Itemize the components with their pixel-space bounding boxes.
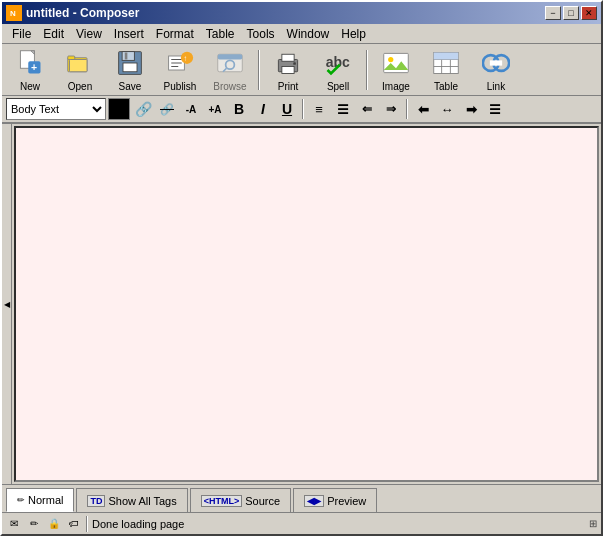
link-btn[interactable]: 🔗 (132, 98, 154, 120)
increase-font-btn[interactable]: +A (204, 98, 226, 120)
decrease-font-btn[interactable]: -A (180, 98, 202, 120)
underline-btn[interactable]: U (276, 98, 298, 120)
align-right-btn[interactable]: ➡ (460, 98, 482, 120)
show-tags-icon: TD (87, 495, 105, 507)
menu-bar: File Edit View Insert Format Table Tools… (2, 24, 601, 44)
tab-bar: ✏ Normal TD Show All Tags <HTML> Source … (2, 484, 601, 512)
image-label: Image (382, 81, 410, 92)
sep1 (258, 50, 260, 90)
justify-btn[interactable]: ☰ (484, 98, 506, 120)
menu-help[interactable]: Help (335, 25, 372, 43)
menu-edit[interactable]: Edit (37, 25, 70, 43)
lock-icon: 🔒 (46, 516, 62, 532)
close-button[interactable]: ✕ (581, 6, 597, 20)
show-tags-label: Show All Tags (108, 495, 176, 507)
image-button[interactable]: Image (372, 47, 420, 93)
print-label: Print (278, 81, 299, 92)
bold-btn[interactable]: B (228, 98, 250, 120)
preview-icon: ◀▶ (304, 495, 324, 507)
link-button[interactable]: Link (472, 47, 520, 93)
publish-icon: ↑ (164, 48, 196, 79)
menu-table[interactable]: Table (200, 25, 241, 43)
menu-file[interactable]: File (6, 25, 37, 43)
menu-view[interactable]: View (70, 25, 108, 43)
table-button[interactable]: Table (422, 47, 470, 93)
style-select[interactable]: Body Text Heading 1 Heading 2 Normal (6, 98, 106, 120)
title-buttons: − □ ✕ (545, 6, 597, 20)
sep2 (366, 50, 368, 90)
format-bar: Body Text Heading 1 Heading 2 Normal 🔗 🔗… (2, 96, 601, 124)
source-tab[interactable]: <HTML> Source (190, 488, 291, 512)
normal-tab[interactable]: ✏ Normal (6, 488, 74, 512)
open-button[interactable]: Open (56, 47, 104, 93)
svg-rect-25 (282, 67, 294, 74)
browse-button[interactable]: Browse (206, 47, 254, 93)
status-sep (86, 516, 88, 532)
link-label: Link (487, 81, 505, 92)
main-window: N untitled - Composer − □ ✕ File Edit Vi… (0, 0, 603, 536)
svg-rect-8 (70, 60, 88, 72)
status-bar: ✉ ✏ 🔒 🏷 Done loading page ⊞ (2, 512, 601, 534)
indent-btn[interactable]: ⇒ (380, 98, 402, 120)
image-icon (380, 48, 412, 79)
svg-rect-7 (68, 56, 75, 60)
preview-label: Preview (327, 495, 366, 507)
preview-tab[interactable]: ◀▶ Preview (293, 488, 377, 512)
color-picker[interactable] (108, 98, 130, 120)
new-icon: + (14, 48, 46, 79)
svg-rect-10 (122, 52, 134, 61)
svg-rect-11 (123, 63, 137, 72)
align-left-btn[interactable]: ⬅ (412, 98, 434, 120)
align-center-btn[interactable]: ↔ (436, 98, 458, 120)
new-label: New (20, 81, 40, 92)
svg-point-29 (388, 57, 393, 62)
spell-button[interactable]: abc Spell (314, 47, 362, 93)
ol-btn[interactable]: ☰ (332, 98, 354, 120)
svg-text:N: N (10, 9, 16, 18)
main-toolbar: + New Open (2, 44, 601, 96)
save-button[interactable]: Save (106, 47, 154, 93)
table-icon (430, 48, 462, 79)
open-icon (64, 48, 96, 79)
italic-btn[interactable]: I (252, 98, 274, 120)
title-bar: N untitled - Composer − □ ✕ (2, 2, 601, 24)
menu-insert[interactable]: Insert (108, 25, 150, 43)
editor-area[interactable] (14, 126, 599, 482)
unlink-btn[interactable]: 🔗 (156, 98, 178, 120)
svg-rect-35 (434, 53, 459, 60)
window-title: untitled - Composer (26, 6, 139, 20)
compose-icon: ✏ (26, 516, 42, 532)
sep3 (302, 99, 304, 119)
browse-label: Browse (213, 81, 246, 92)
svg-rect-12 (125, 53, 128, 60)
left-scroll-arrow[interactable]: ◀ (2, 124, 12, 484)
new-button[interactable]: + New (6, 47, 54, 93)
table-label: Table (434, 81, 458, 92)
svg-rect-38 (490, 60, 502, 65)
menu-window[interactable]: Window (281, 25, 336, 43)
spell-icon: abc (322, 48, 354, 79)
publish-button[interactable]: ↑ Publish (156, 47, 204, 93)
sep4 (406, 99, 408, 119)
source-label: Source (245, 495, 280, 507)
svg-text:↑: ↑ (184, 54, 188, 63)
menu-format[interactable]: Format (150, 25, 200, 43)
normal-tab-label: Normal (28, 494, 63, 506)
tag-icon: 🏷 (66, 516, 82, 532)
minimize-button[interactable]: − (545, 6, 561, 20)
ul-btn[interactable]: ≡ (308, 98, 330, 120)
source-icon: <HTML> (201, 495, 243, 507)
outdent-btn[interactable]: ⇐ (356, 98, 378, 120)
publish-label: Publish (164, 81, 197, 92)
menu-tools[interactable]: Tools (241, 25, 281, 43)
email-icon: ✉ (6, 516, 22, 532)
maximize-button[interactable]: □ (563, 6, 579, 20)
title-bar-left: N untitled - Composer (6, 5, 139, 21)
show-tags-tab[interactable]: TD Show All Tags (76, 488, 187, 512)
app-icon: N (6, 5, 22, 21)
resize-handle: ⊞ (589, 518, 597, 529)
link-icon (480, 48, 512, 79)
save-label: Save (119, 81, 142, 92)
print-button[interactable]: Print (264, 47, 312, 93)
save-icon (114, 48, 146, 79)
